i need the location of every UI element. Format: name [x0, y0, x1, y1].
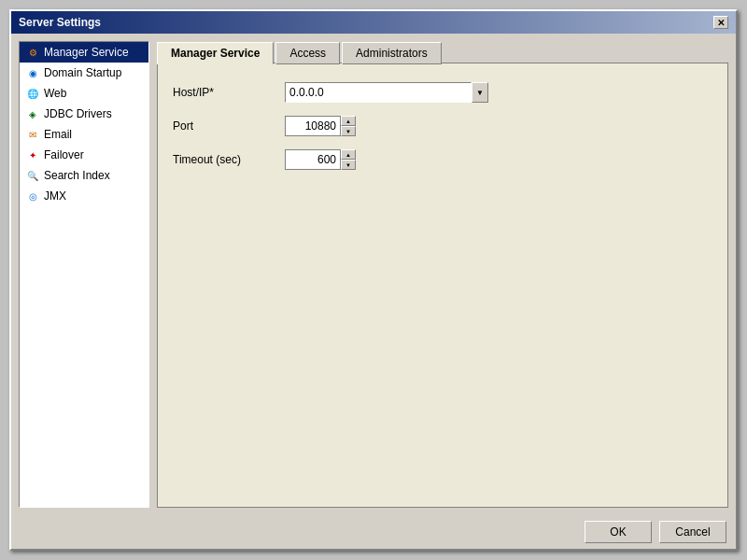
timeout-row: Timeout (sec) ▲ ▼ — [173, 149, 712, 170]
host-dropdown-button[interactable]: ▼ — [472, 82, 488, 103]
sidebar-item-search-index[interactable]: 🔍 Search Index — [20, 165, 148, 186]
up-arrow-icon: ▲ — [345, 119, 351, 124]
dialog-title: Server Settings — [19, 16, 101, 29]
timeout-spinner: ▲ ▼ — [285, 149, 356, 170]
port-label: Port — [173, 119, 275, 133]
ok-button[interactable]: OK — [585, 521, 652, 543]
sidebar-item-jdbc-drivers[interactable]: ◈ JDBC Drivers — [20, 104, 148, 124]
close-button[interactable]: ✕ — [713, 16, 728, 29]
dialog-body: ⚙ Manager Service ◉ Domain Startup 🌐 Web… — [11, 34, 736, 515]
search-index-icon: 🔍 — [25, 168, 40, 183]
port-row: Port ▲ ▼ — [173, 116, 712, 136]
jmx-icon: ◎ — [25, 189, 40, 203]
sidebar-item-label: Domain Startup — [44, 66, 121, 79]
failover-icon: ✦ — [25, 147, 40, 162]
timeout-decrement-button[interactable]: ▼ — [341, 160, 356, 170]
down-arrow-icon: ▼ — [345, 162, 351, 168]
timeout-input[interactable] — [285, 149, 341, 170]
host-input[interactable] — [285, 82, 472, 103]
sidebar-item-jmx[interactable]: ◎ JMX — [20, 186, 148, 206]
down-arrow-icon: ▼ — [345, 129, 351, 134]
timeout-increment-button[interactable]: ▲ — [341, 149, 356, 160]
cancel-button[interactable]: Cancel — [659, 521, 726, 543]
port-decrement-button[interactable]: ▼ — [341, 126, 356, 136]
tab-administrators[interactable]: Administrators — [342, 42, 442, 64]
port-spinner: ▲ ▼ — [285, 116, 356, 136]
server-settings-dialog: Server Settings ✕ ⚙ Manager Service ◉ Do… — [9, 9, 738, 551]
up-arrow-icon: ▲ — [345, 152, 351, 158]
sidebar-item-domain-startup[interactable]: ◉ Domain Startup — [20, 63, 148, 83]
web-icon: 🌐 — [25, 86, 40, 101]
sidebar: ⚙ Manager Service ◉ Domain Startup 🌐 Web… — [19, 41, 149, 508]
tab-access[interactable]: Access — [275, 42, 340, 64]
jdbc-drivers-icon: ◈ — [25, 106, 40, 121]
dialog-footer: OK Cancel — [11, 515, 736, 549]
sidebar-item-label: JMX — [44, 189, 66, 203]
domain-startup-icon: ◉ — [25, 65, 40, 80]
sidebar-item-label: Web — [44, 87, 66, 100]
port-input[interactable] — [285, 116, 341, 136]
sidebar-item-label: Manager Service — [44, 46, 129, 59]
host-row: Host/IP* ▼ — [173, 82, 712, 103]
title-bar: Server Settings ✕ — [11, 11, 736, 34]
host-label: Host/IP* — [173, 86, 275, 99]
tab-content: Host/IP* ▼ Port ▲ — [157, 63, 728, 508]
main-content: Manager ServiceAccessAdministrators Host… — [157, 41, 728, 508]
port-spinner-buttons: ▲ ▼ — [341, 116, 356, 136]
timeout-label: Timeout (sec) — [173, 153, 275, 166]
sidebar-item-failover[interactable]: ✦ Failover — [20, 145, 148, 165]
email-icon: ✉ — [25, 127, 40, 142]
timeout-spinner-buttons: ▲ ▼ — [341, 149, 356, 170]
sidebar-item-label: Search Index — [44, 169, 110, 182]
sidebar-item-label: Email — [44, 128, 72, 141]
chevron-down-icon: ▼ — [476, 89, 484, 97]
tabs-bar: Manager ServiceAccessAdministrators — [157, 41, 728, 63]
host-combo: ▼ — [285, 82, 488, 103]
sidebar-item-web[interactable]: 🌐 Web — [20, 83, 148, 104]
sidebar-item-label: JDBC Drivers — [44, 107, 112, 120]
manager-service-icon: ⚙ — [25, 45, 40, 60]
tab-manager-service[interactable]: Manager Service — [157, 42, 274, 64]
sidebar-item-manager-service[interactable]: ⚙ Manager Service — [20, 42, 148, 63]
port-increment-button[interactable]: ▲ — [341, 116, 356, 126]
sidebar-item-label: Failover — [44, 148, 84, 161]
sidebar-item-email[interactable]: ✉ Email — [20, 124, 148, 145]
